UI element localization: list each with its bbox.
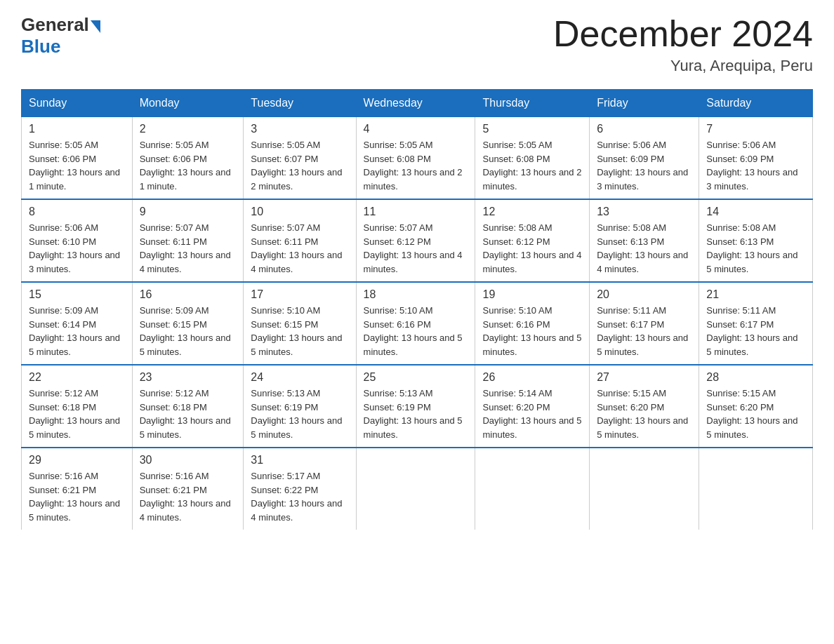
day-number: 5: [482, 123, 582, 135]
table-row: 27 Sunrise: 5:15 AM Sunset: 6:20 PM Dayl…: [590, 365, 699, 448]
day-number: 16: [140, 288, 237, 301]
header-tuesday: Tuesday: [244, 90, 356, 117]
day-info: Sunrise: 5:15 AM Sunset: 6:20 PM Dayligh…: [597, 387, 691, 441]
day-info: Sunrise: 5:05 AM Sunset: 6:08 PM Dayligh…: [482, 138, 582, 193]
day-number: 12: [482, 206, 582, 218]
day-number: 15: [29, 288, 125, 301]
header-wednesday: Wednesday: [356, 90, 475, 117]
day-info: Sunrise: 5:07 AM Sunset: 6:11 PM Dayligh…: [140, 221, 237, 276]
day-info: Sunrise: 5:13 AM Sunset: 6:19 PM Dayligh…: [251, 387, 348, 441]
table-row: [699, 448, 813, 530]
header-thursday: Thursday: [475, 90, 590, 117]
table-row: 16 Sunrise: 5:09 AM Sunset: 6:15 PM Dayl…: [132, 282, 244, 365]
table-row: [475, 448, 590, 530]
day-info: Sunrise: 5:11 AM Sunset: 6:17 PM Dayligh…: [597, 304, 691, 358]
header-monday: Monday: [132, 90, 244, 117]
table-row: 23 Sunrise: 5:12 AM Sunset: 6:18 PM Dayl…: [132, 365, 244, 448]
header-saturday: Saturday: [699, 90, 813, 117]
day-info: Sunrise: 5:05 AM Sunset: 6:07 PM Dayligh…: [251, 138, 348, 193]
day-info: Sunrise: 5:16 AM Sunset: 6:21 PM Dayligh…: [140, 469, 237, 524]
logo-arrow-icon: [91, 20, 100, 33]
day-number: 1: [29, 123, 125, 135]
day-number: 14: [706, 206, 805, 218]
day-info: Sunrise: 5:15 AM Sunset: 6:20 PM Dayligh…: [706, 387, 805, 441]
table-row: 15 Sunrise: 5:09 AM Sunset: 6:14 PM Dayl…: [22, 282, 133, 365]
day-number: 27: [597, 371, 691, 384]
day-info: Sunrise: 5:05 AM Sunset: 6:08 PM Dayligh…: [364, 138, 468, 193]
table-row: 29 Sunrise: 5:16 AM Sunset: 6:21 PM Dayl…: [22, 448, 133, 530]
table-row: 5 Sunrise: 5:05 AM Sunset: 6:08 PM Dayli…: [475, 117, 590, 200]
table-row: 3 Sunrise: 5:05 AM Sunset: 6:07 PM Dayli…: [244, 117, 356, 200]
day-number: 29: [29, 454, 125, 467]
day-number: 17: [251, 288, 348, 301]
table-row: 13 Sunrise: 5:08 AM Sunset: 6:13 PM Dayl…: [590, 199, 699, 282]
location-text: Yura, Arequipa, Peru: [553, 57, 813, 75]
calendar-week-row: 29 Sunrise: 5:16 AM Sunset: 6:21 PM Dayl…: [22, 448, 813, 530]
day-info: Sunrise: 5:13 AM Sunset: 6:19 PM Dayligh…: [364, 387, 468, 441]
day-number: 13: [597, 206, 691, 218]
table-row: 28 Sunrise: 5:15 AM Sunset: 6:20 PM Dayl…: [699, 365, 813, 448]
day-number: 22: [29, 371, 125, 384]
table-row: 19 Sunrise: 5:10 AM Sunset: 6:16 PM Dayl…: [475, 282, 590, 365]
table-row: 7 Sunrise: 5:06 AM Sunset: 6:09 PM Dayli…: [699, 117, 813, 200]
day-number: 18: [364, 288, 468, 301]
calendar-week-row: 22 Sunrise: 5:12 AM Sunset: 6:18 PM Dayl…: [22, 365, 813, 448]
day-info: Sunrise: 5:11 AM Sunset: 6:17 PM Dayligh…: [706, 304, 805, 358]
logo-blue-text: Blue: [21, 36, 60, 57]
day-info: Sunrise: 5:06 AM Sunset: 6:10 PM Dayligh…: [29, 221, 125, 276]
table-row: 4 Sunrise: 5:05 AM Sunset: 6:08 PM Dayli…: [356, 117, 475, 200]
table-row: 30 Sunrise: 5:16 AM Sunset: 6:21 PM Dayl…: [132, 448, 244, 530]
day-number: 19: [482, 288, 582, 301]
calendar-header-row: Sunday Monday Tuesday Wednesday Thursday…: [22, 90, 813, 117]
table-row: 17 Sunrise: 5:10 AM Sunset: 6:15 PM Dayl…: [244, 282, 356, 365]
day-number: 6: [597, 123, 691, 135]
day-info: Sunrise: 5:05 AM Sunset: 6:06 PM Dayligh…: [29, 138, 125, 193]
table-row: 6 Sunrise: 5:06 AM Sunset: 6:09 PM Dayli…: [590, 117, 699, 200]
day-number: 31: [251, 454, 348, 467]
day-info: Sunrise: 5:07 AM Sunset: 6:12 PM Dayligh…: [364, 221, 468, 276]
day-number: 4: [364, 123, 468, 135]
day-number: 7: [706, 123, 805, 135]
header-friday: Friday: [590, 90, 699, 117]
day-info: Sunrise: 5:08 AM Sunset: 6:13 PM Dayligh…: [706, 221, 805, 276]
table-row: 25 Sunrise: 5:13 AM Sunset: 6:19 PM Dayl…: [356, 365, 475, 448]
month-title: December 2024: [553, 14, 813, 54]
day-info: Sunrise: 5:08 AM Sunset: 6:13 PM Dayligh…: [597, 221, 691, 276]
day-info: Sunrise: 5:17 AM Sunset: 6:22 PM Dayligh…: [251, 469, 348, 524]
day-number: 11: [364, 206, 468, 218]
day-info: Sunrise: 5:16 AM Sunset: 6:21 PM Dayligh…: [29, 469, 125, 524]
day-number: 25: [364, 371, 468, 384]
day-info: Sunrise: 5:06 AM Sunset: 6:09 PM Dayligh…: [706, 138, 805, 193]
table-row: 31 Sunrise: 5:17 AM Sunset: 6:22 PM Dayl…: [244, 448, 356, 530]
day-number: 21: [706, 288, 805, 301]
day-info: Sunrise: 5:14 AM Sunset: 6:20 PM Dayligh…: [482, 387, 582, 441]
calendar-table: Sunday Monday Tuesday Wednesday Thursday…: [21, 89, 813, 530]
day-info: Sunrise: 5:12 AM Sunset: 6:18 PM Dayligh…: [140, 387, 237, 441]
table-row: 21 Sunrise: 5:11 AM Sunset: 6:17 PM Dayl…: [699, 282, 813, 365]
calendar-week-row: 8 Sunrise: 5:06 AM Sunset: 6:10 PM Dayli…: [22, 199, 813, 282]
calendar-week-row: 1 Sunrise: 5:05 AM Sunset: 6:06 PM Dayli…: [22, 117, 813, 200]
day-info: Sunrise: 5:08 AM Sunset: 6:12 PM Dayligh…: [482, 221, 582, 276]
page-header: General Blue December 2024 Yura, Arequip…: [21, 14, 813, 75]
day-number: 9: [140, 206, 237, 218]
header-sunday: Sunday: [22, 90, 133, 117]
table-row: 22 Sunrise: 5:12 AM Sunset: 6:18 PM Dayl…: [22, 365, 133, 448]
day-info: Sunrise: 5:05 AM Sunset: 6:06 PM Dayligh…: [140, 138, 237, 193]
table-row: 1 Sunrise: 5:05 AM Sunset: 6:06 PM Dayli…: [22, 117, 133, 200]
day-info: Sunrise: 5:12 AM Sunset: 6:18 PM Dayligh…: [29, 387, 125, 441]
day-info: Sunrise: 5:10 AM Sunset: 6:15 PM Dayligh…: [251, 304, 348, 358]
day-number: 2: [140, 123, 237, 135]
day-number: 26: [482, 371, 582, 384]
table-row: 11 Sunrise: 5:07 AM Sunset: 6:12 PM Dayl…: [356, 199, 475, 282]
table-row: 9 Sunrise: 5:07 AM Sunset: 6:11 PM Dayli…: [132, 199, 244, 282]
table-row: 8 Sunrise: 5:06 AM Sunset: 6:10 PM Dayli…: [22, 199, 133, 282]
logo: General Blue: [21, 14, 102, 58]
day-info: Sunrise: 5:07 AM Sunset: 6:11 PM Dayligh…: [251, 221, 348, 276]
table-row: 20 Sunrise: 5:11 AM Sunset: 6:17 PM Dayl…: [590, 282, 699, 365]
table-row: 2 Sunrise: 5:05 AM Sunset: 6:06 PM Dayli…: [132, 117, 244, 200]
day-number: 3: [251, 123, 348, 135]
day-number: 28: [706, 371, 805, 384]
logo-general-text: General: [21, 14, 89, 36]
day-info: Sunrise: 5:09 AM Sunset: 6:14 PM Dayligh…: [29, 304, 125, 358]
day-info: Sunrise: 5:09 AM Sunset: 6:15 PM Dayligh…: [140, 304, 237, 358]
